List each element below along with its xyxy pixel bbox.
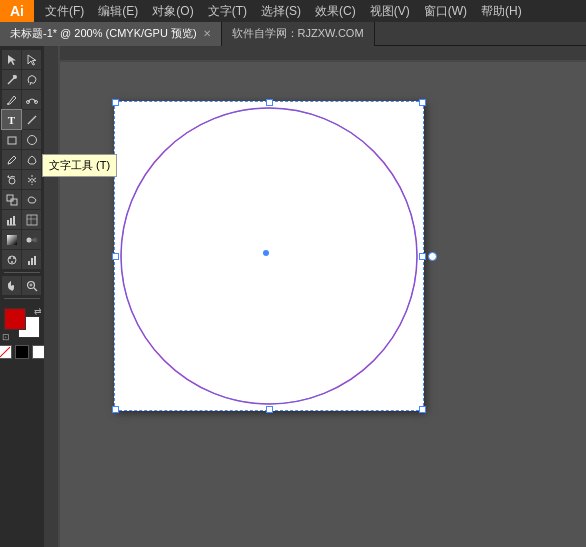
- reflect-tool[interactable]: [22, 170, 41, 189]
- mesh-tool[interactable]: [22, 210, 41, 229]
- side-resize-handle[interactable]: [428, 252, 437, 261]
- color-black-indicator[interactable]: [15, 345, 29, 359]
- svg-rect-39: [44, 46, 60, 547]
- tool-row-9: [2, 210, 42, 229]
- tool-row-3: [2, 90, 42, 109]
- tool-row-6: [2, 150, 42, 169]
- menubar: Ai 文件(F) 编辑(E) 对象(O) 文字(T) 选择(S) 效果(C) 视…: [0, 0, 586, 22]
- menu-text[interactable]: 文字(T): [201, 1, 254, 22]
- ruler-left: [44, 46, 60, 547]
- svg-rect-30: [28, 261, 30, 265]
- canvas-area[interactable]: [44, 46, 586, 547]
- shaper-tool[interactable]: [22, 150, 41, 169]
- rect-tool[interactable]: [2, 130, 21, 149]
- color-indicators: [0, 345, 46, 359]
- svg-rect-31: [31, 258, 33, 265]
- svg-point-28: [13, 257, 15, 259]
- svg-point-9: [27, 135, 36, 144]
- svg-point-2: [13, 75, 17, 79]
- svg-rect-16: [10, 218, 12, 225]
- svg-line-0: [8, 78, 14, 84]
- svg-rect-22: [7, 235, 17, 245]
- ellipse-tool[interactable]: [22, 130, 41, 149]
- svg-line-34: [34, 288, 37, 291]
- document-canvas[interactable]: [114, 101, 424, 411]
- scale-tool[interactable]: [2, 190, 21, 209]
- ruler-top: [44, 46, 586, 62]
- menu-select[interactable]: 选择(S): [254, 1, 308, 22]
- svg-rect-17: [13, 216, 15, 225]
- svg-point-27: [9, 257, 11, 259]
- tool-row-11: [2, 250, 42, 269]
- color-none-indicator[interactable]: [0, 345, 12, 359]
- svg-line-3: [30, 82, 31, 85]
- tool-row-7: [2, 170, 42, 189]
- svg-line-7: [28, 116, 36, 124]
- app-logo: Ai: [0, 0, 34, 22]
- svg-rect-13: [7, 195, 13, 201]
- color-reset-icon[interactable]: ⊡: [2, 332, 10, 342]
- selection-tool[interactable]: [2, 50, 21, 69]
- hand-tool[interactable]: [2, 276, 21, 295]
- tool-row-2: [2, 70, 42, 89]
- pen-tool[interactable]: [2, 90, 21, 109]
- menu-help[interactable]: 帮助(H): [474, 1, 529, 22]
- type-tool[interactable]: T: [2, 110, 21, 129]
- main-layout: T: [0, 46, 586, 547]
- color-swap-icon[interactable]: ⇄: [34, 306, 42, 316]
- gradient-tool[interactable]: [2, 230, 21, 249]
- tool-row-8: [2, 190, 42, 209]
- direct-selection-tool[interactable]: [22, 50, 41, 69]
- svg-rect-19: [27, 215, 37, 225]
- symbol-tool[interactable]: [2, 250, 21, 269]
- tab-inactive-label: 软件自学网：RJZXW.COM: [232, 26, 364, 41]
- toolbar-separator-1: [4, 272, 40, 273]
- curvature-tool[interactable]: [22, 90, 41, 109]
- toolbar-separator-2: [4, 298, 40, 299]
- menu-edit[interactable]: 编辑(E): [91, 1, 145, 22]
- tool-row-4: T: [2, 110, 42, 129]
- tab-active-label: 未标题-1* @ 200% (CMYK/GPU 预览): [10, 26, 197, 41]
- toolbar: T: [0, 46, 44, 547]
- svg-point-4: [7, 103, 9, 105]
- zoom-tool[interactable]: [22, 276, 41, 295]
- foreground-color-box[interactable]: [4, 308, 26, 330]
- color-section: ⇄ ⊡: [2, 306, 42, 342]
- tool-row-12: [2, 276, 42, 295]
- rotate-tool[interactable]: [2, 170, 21, 189]
- tool-row-10: [2, 230, 42, 249]
- tab-active[interactable]: 未标题-1* @ 200% (CMYK/GPU 预览) ✕: [0, 22, 222, 46]
- menu-window[interactable]: 窗口(W): [417, 1, 474, 22]
- tab-inactive[interactable]: 软件自学网：RJZXW.COM: [222, 22, 375, 46]
- tab-close-button[interactable]: ✕: [203, 28, 211, 39]
- tabsbar: 未标题-1* @ 200% (CMYK/GPU 预览) ✕ 软件自学网：RJZX…: [0, 22, 586, 46]
- lasso-tool[interactable]: [22, 70, 41, 89]
- svg-rect-15: [7, 220, 9, 225]
- warp-tool[interactable]: [22, 190, 41, 209]
- menu-items: 文件(F) 编辑(E) 对象(O) 文字(T) 选择(S) 效果(C) 视图(V…: [34, 1, 529, 22]
- menu-object[interactable]: 对象(O): [145, 1, 200, 22]
- pencil-tool[interactable]: [2, 150, 21, 169]
- column-graph-tool[interactable]: [22, 250, 41, 269]
- line-tool[interactable]: [22, 110, 41, 129]
- svg-rect-14: [11, 199, 17, 205]
- svg-point-11: [9, 178, 15, 184]
- tool-row-1: [2, 50, 42, 69]
- svg-point-29: [11, 261, 13, 263]
- svg-rect-8: [8, 137, 16, 144]
- menu-effect[interactable]: 效果(C): [308, 1, 363, 22]
- menu-view[interactable]: 视图(V): [363, 1, 417, 22]
- magic-wand-tool[interactable]: [2, 70, 21, 89]
- svg-rect-32: [34, 256, 36, 265]
- tool-row-5: [2, 130, 42, 149]
- graph-tool[interactable]: [2, 210, 21, 229]
- menu-file[interactable]: 文件(F): [38, 1, 91, 22]
- blend-tool[interactable]: [22, 230, 41, 249]
- svg-rect-37: [44, 46, 586, 62]
